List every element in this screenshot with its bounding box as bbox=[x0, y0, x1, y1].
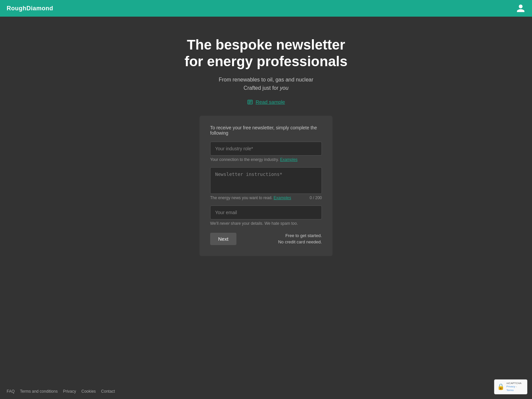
newsletter-hint: The energy news you want to read. Exampl… bbox=[210, 196, 322, 200]
main-content: The bespoke newsletter for energy profes… bbox=[0, 17, 532, 384]
next-button[interactable]: Next bbox=[210, 233, 236, 245]
industry-role-input[interactable] bbox=[210, 142, 322, 156]
footer-link-faq[interactable]: FAQ bbox=[7, 389, 15, 394]
industry-role-field-group: Your connection to the energy industry. … bbox=[210, 142, 322, 162]
email-field-group: We'll never share your details. We hate … bbox=[210, 205, 322, 226]
read-sample-container: Read sample bbox=[247, 99, 285, 105]
page-footer: FAQTerms and conditionsPrivacyCookiesCon… bbox=[0, 384, 532, 399]
read-sample-link[interactable]: Read sample bbox=[256, 99, 285, 105]
email-input[interactable] bbox=[210, 205, 322, 219]
hero-subtitle: From renewables to oil, gas and nuclear … bbox=[219, 75, 314, 92]
footer-link-terms-and-conditions[interactable]: Terms and conditions bbox=[20, 389, 58, 394]
newsletter-examples-link[interactable]: Examples bbox=[274, 196, 291, 200]
recaptcha-badge: 🔒 reCAPTCHA Privacy - Terms bbox=[494, 379, 527, 394]
footer-link-contact[interactable]: Contact bbox=[101, 389, 115, 394]
recaptcha-logo: 🔒 bbox=[497, 383, 504, 390]
signup-form-card: To receive your free newsletter, simply … bbox=[200, 116, 332, 256]
char-count: 0 / 200 bbox=[310, 196, 322, 200]
footer-link-cookies[interactable]: Cookies bbox=[81, 389, 96, 394]
industry-role-hint: Your connection to the energy industry. … bbox=[210, 157, 322, 162]
hero-title: The bespoke newsletter for energy profes… bbox=[185, 37, 347, 70]
free-note: Free to get started. No credit card need… bbox=[278, 232, 322, 245]
site-logo: RoughDiamond bbox=[7, 5, 53, 12]
header: RoughDiamond bbox=[0, 0, 532, 17]
newspaper-icon bbox=[247, 99, 253, 105]
form-instruction: To receive your free newsletter, simply … bbox=[210, 125, 322, 136]
industry-examples-link[interactable]: Examples bbox=[280, 157, 298, 162]
email-hint: We'll never share your details. We hate … bbox=[210, 221, 322, 226]
footer-link-privacy[interactable]: Privacy bbox=[63, 389, 76, 394]
newsletter-instructions-input[interactable] bbox=[210, 167, 322, 194]
account-icon[interactable] bbox=[516, 4, 525, 13]
form-footer: Next Free to get started. No credit card… bbox=[210, 232, 322, 245]
newsletter-instructions-field-group: The energy news you want to read. Exampl… bbox=[210, 167, 322, 200]
